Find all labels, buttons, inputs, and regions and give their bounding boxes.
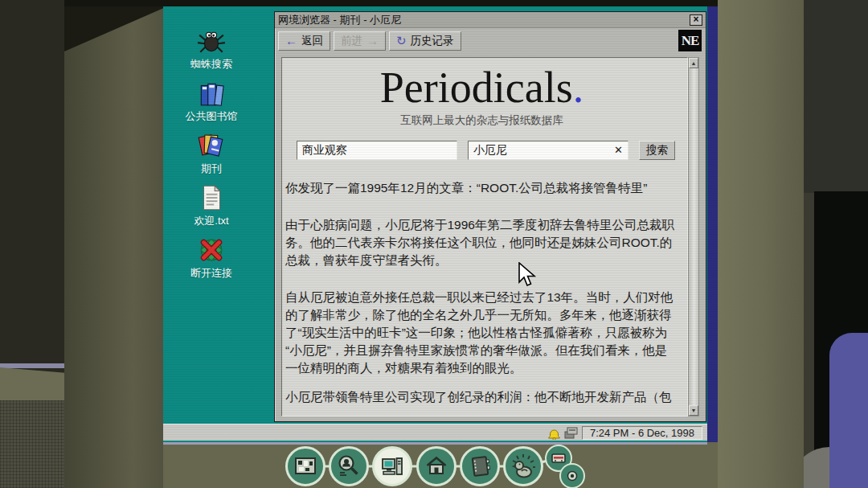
- desktop-icon-label: 期刊: [201, 162, 222, 176]
- publication-search-input[interactable]: [297, 141, 457, 160]
- mouse-cursor: [518, 262, 538, 288]
- query-input-wrap: ✕: [468, 141, 628, 160]
- page-title: Periodicals.: [285, 64, 679, 112]
- scroll-up-icon[interactable]: ▲: [689, 58, 698, 68]
- back-label: 返回: [301, 34, 323, 48]
- page-subtitle: 互联网上最大的杂志与报纸数据库: [285, 113, 679, 128]
- spider-icon: [197, 27, 226, 55]
- clear-search-icon[interactable]: ✕: [614, 144, 623, 156]
- magazines-icon: [197, 132, 226, 159]
- article-paragraph: 小厄尼带领鲁特里公司实现了创纪录的利润：他不断地开发新产品（包: [285, 388, 678, 406]
- close-button[interactable]: ×: [690, 14, 702, 26]
- desktop-icon-label: 公共图书馆: [186, 109, 238, 124]
- window-titlebar[interactable]: 网境浏览器 - 期刊 - 小厄尼 ×: [275, 12, 706, 28]
- history-label: 历史记录: [411, 34, 454, 48]
- room-right-wall-top: [802, 0, 868, 193]
- dock-item-duck[interactable]: [503, 446, 543, 486]
- card-icon: [551, 450, 567, 466]
- monitor-bezel-right: [718, 0, 804, 488]
- desktop-icon-welcome-txt[interactable]: 欢迎.txt: [173, 184, 250, 228]
- chair-back: [829, 333, 868, 488]
- suspect-magnifier-icon: [337, 454, 361, 478]
- browser-content-wrap: Periodicals. 互联网上最大的杂志与报纸数据库 ✕ 搜索 你发现了一篇…: [281, 57, 699, 416]
- forward-label: 前进: [341, 34, 362, 48]
- search-row: ✕ 搜索: [297, 141, 679, 160]
- game-scene: 蜘蛛搜索 公共图书馆: [0, 0, 868, 488]
- article-paragraph: 由于心脏病问题，小厄尼将于1996年第二季度初辞去鲁特里公司总裁职务。他的二代表…: [285, 216, 678, 269]
- browser-toolbar: ← 返回 前进 → ↻ 历史记录 NE: [275, 28, 706, 53]
- keyword-search-input[interactable]: [468, 141, 628, 160]
- home-icon: [424, 454, 448, 478]
- gear-icon: [564, 468, 580, 484]
- browser-window: 网境浏览器 - 期刊 - 小厄尼 × ← 返回 前进 → ↻ 历史记录 NE: [274, 11, 706, 422]
- duck-icon: [510, 453, 536, 479]
- forward-arrow-icon: →: [366, 35, 379, 47]
- scroll-down-icon[interactable]: ▼: [689, 405, 698, 416]
- pinboard-icon: [293, 454, 317, 478]
- monitor-bezel-left: [64, 0, 163, 488]
- text-file-icon: [197, 184, 226, 211]
- back-arrow-icon: ←: [285, 35, 297, 47]
- browser-logo: NE: [678, 30, 702, 51]
- bell-icon[interactable]: [548, 426, 560, 440]
- article-paragraph: 自从厄尼被迫意外接任总裁一职以来已经过去了13年。当时，人们对他的了解非常少，除…: [285, 289, 678, 377]
- page-content: Periodicals. 互联网上最大的杂志与报纸数据库 ✕ 搜索 你发现了一篇…: [281, 57, 688, 416]
- window-title: 网境浏览器 - 期刊 - 小厄尼: [278, 13, 401, 27]
- dock-item-journal[interactable]: [460, 446, 500, 486]
- search-button[interactable]: 搜索: [639, 141, 675, 160]
- dock-item-computer[interactable]: [372, 446, 412, 486]
- dock-item-home[interactable]: [416, 446, 457, 486]
- dock-item-investigate[interactable]: [329, 446, 369, 486]
- package-icon[interactable]: [564, 427, 578, 439]
- os-taskbar: 7:24 PM - 6 Dec, 1998: [163, 424, 707, 441]
- monitor-bezel-top: [64, 0, 804, 6]
- speaker-grille: [0, 400, 68, 488]
- books-icon: [197, 80, 226, 107]
- desktop-icon-label: 蜘蛛搜索: [190, 57, 232, 72]
- vertical-scrollbar[interactable]: ▲ ▼: [688, 57, 699, 416]
- desktop-icon-column: 蜘蛛搜索 公共图书馆: [173, 27, 250, 281]
- screen-glass-edge: [707, 6, 718, 442]
- notebook-icon: [468, 454, 492, 478]
- back-button[interactable]: ← 返回: [278, 31, 330, 51]
- history-icon: ↻: [396, 35, 407, 47]
- history-button[interactable]: ↻ 历史记录: [389, 31, 461, 51]
- desktop-icon-label: 断开连接: [190, 266, 232, 281]
- disconnect-globe-icon: [197, 236, 226, 264]
- desktop-icon-disconnect[interactable]: 断开连接: [173, 236, 250, 281]
- desktop-screen: 蜘蛛搜索 公共图书馆: [163, 6, 718, 442]
- desktop-icon-public-library[interactable]: 公共图书馆: [173, 80, 250, 124]
- article-paragraph: 你发现了一篇1995年12月的文章：“ROOT.公司总裁将接管鲁特里”: [285, 179, 678, 197]
- desktop-icon-periodicals[interactable]: 期刊: [173, 132, 250, 176]
- desktop-icon-label: 欢迎.txt: [194, 214, 228, 228]
- desktop-icon-spider-search[interactable]: 蜘蛛搜索: [173, 27, 250, 72]
- dock-item-pinboard[interactable]: [285, 446, 326, 486]
- dock-item-settings[interactable]: [559, 463, 585, 488]
- taskbar-clock: 7:24 PM - 6 Dec, 1998: [582, 426, 702, 440]
- page-title-period: .: [573, 64, 584, 112]
- forward-button[interactable]: 前进 →: [334, 31, 386, 51]
- computer-icon: [380, 454, 404, 478]
